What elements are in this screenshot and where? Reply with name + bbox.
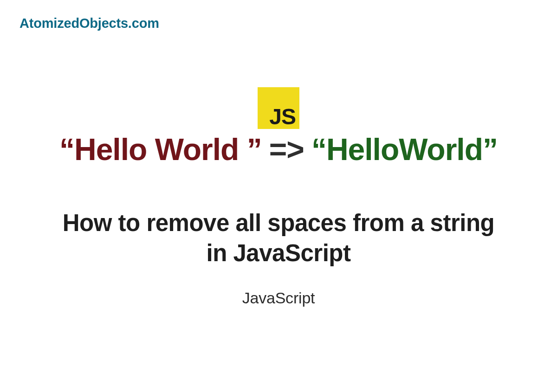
code-output-string: “HelloWorld” [311, 132, 498, 167]
code-transformation-example: “Hello World ” => “HelloWorld” [59, 132, 498, 167]
arrow-icon: => [269, 132, 304, 167]
article-category: JavaScript [242, 289, 315, 307]
javascript-logo-icon: JS [258, 87, 299, 129]
code-input-string: “Hello World ” [59, 132, 262, 167]
javascript-logo-label: JS [269, 106, 296, 128]
main-content: JS “Hello World ” => “HelloWorld” How to… [0, 0, 557, 392]
article-title: How to remove all spaces from a string i… [60, 208, 497, 269]
